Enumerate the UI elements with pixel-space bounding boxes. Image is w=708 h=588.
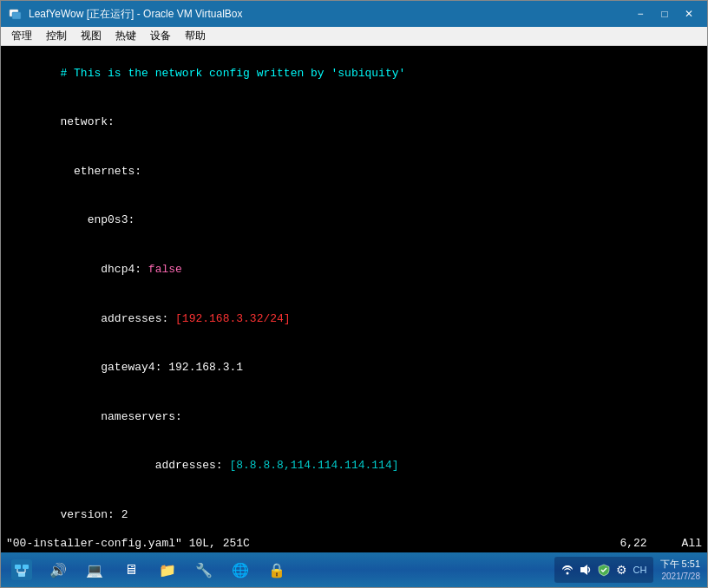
minimize-button[interactable]: −	[629, 5, 652, 23]
taskbar-btn-7[interactable]: 🌐	[223, 556, 258, 584]
status-mode: All	[682, 537, 702, 550]
terminal-line-7: gateway4: 192.168.3.1	[6, 343, 702, 393]
status-position: 6,22	[620, 537, 646, 550]
taskbar-right-area: ⚙ CH 下午 5:51 2021/7/28	[554, 557, 704, 583]
menu-help[interactable]: 帮助	[178, 27, 213, 45]
terminal-line-8: nameservers:	[6, 393, 702, 442]
taskbar-btn-3[interactable]: 💻	[77, 556, 112, 584]
tray-icon-shield[interactable]	[596, 562, 612, 578]
menu-devices[interactable]: 设备	[143, 27, 178, 45]
terminal-line-4: enp0s3:	[6, 197, 702, 246]
terminal-line-9: addresses: [8.8.8.8,114.114.114.114]	[6, 441, 702, 491]
close-button[interactable]: ✕	[678, 5, 700, 23]
terminal-line-2: network:	[6, 99, 702, 148]
menu-bar: 管理 控制 视图 热键 设备 帮助	[1, 27, 707, 46]
menu-view[interactable]: 视图	[74, 27, 108, 45]
windows-taskbar: 🔊 💻 🖥 📁 🔧 🌐 🔒	[1, 552, 707, 587]
tray-icon-keyboard[interactable]: CH	[633, 562, 648, 578]
menu-manage[interactable]: 管理	[4, 27, 39, 45]
system-clock[interactable]: 下午 5:51 2021/7/28	[657, 558, 704, 581]
svg-rect-2	[15, 565, 21, 569]
taskbar-btn-5[interactable]: 📁	[150, 556, 185, 584]
svg-rect-1	[12, 12, 21, 19]
svg-rect-3	[23, 565, 29, 569]
terminal-line-1: # This is the network config written by …	[6, 49, 702, 99]
taskbar-btn-4[interactable]: 🖥	[114, 556, 148, 584]
maximize-button[interactable]: □	[653, 5, 676, 23]
clock-date: 2021/7/28	[660, 571, 700, 582]
clock-time: 下午 5:51	[660, 558, 700, 570]
app-icon	[8, 6, 23, 22]
vim-status-bar: "00-installer-config.yaml" 10L, 251C 6,2…	[1, 533, 707, 552]
svg-rect-4	[18, 572, 25, 577]
status-filename: "00-installer-config.yaml" 10L, 251C	[6, 537, 620, 550]
terminal-line-6: addresses: [192.168.3.32/24]	[6, 295, 702, 344]
tray-icon-volume[interactable]	[578, 562, 593, 578]
taskbar-btn-1[interactable]	[4, 556, 39, 584]
svg-marker-9	[580, 565, 587, 575]
terminal-line-10: version: 2	[6, 491, 702, 533]
taskbar-btn-8[interactable]: 🔒	[259, 556, 294, 584]
window-title: LeafYeWow [正在运行] - Oracle VM VirtualBox	[29, 7, 629, 22]
svg-point-8	[566, 572, 568, 575]
menu-control[interactable]: 控制	[39, 27, 74, 45]
taskbar-btn-2[interactable]: 🔊	[41, 556, 75, 584]
terminal-line-5: dhcp4: false	[6, 245, 702, 295]
tray-icon-network[interactable]	[560, 562, 575, 578]
window-controls: − □ ✕	[629, 5, 700, 23]
vm-display[interactable]: # This is the network config written by …	[1, 46, 707, 552]
terminal-content[interactable]: # This is the network config written by …	[1, 46, 707, 533]
system-tray: ⚙ CH	[554, 557, 653, 583]
title-bar: LeafYeWow [正在运行] - Oracle VM VirtualBox …	[1, 1, 707, 27]
virtualbox-window: LeafYeWow [正在运行] - Oracle VM VirtualBox …	[0, 0, 708, 588]
taskbar-btn-6[interactable]: 🔧	[187, 556, 221, 584]
tray-icon-settings[interactable]: ⚙	[614, 562, 630, 578]
menu-hotkey[interactable]: 热键	[108, 27, 143, 45]
line-comment: # This is the network config written by …	[60, 67, 405, 80]
terminal-line-3: ethernets:	[6, 147, 702, 197]
